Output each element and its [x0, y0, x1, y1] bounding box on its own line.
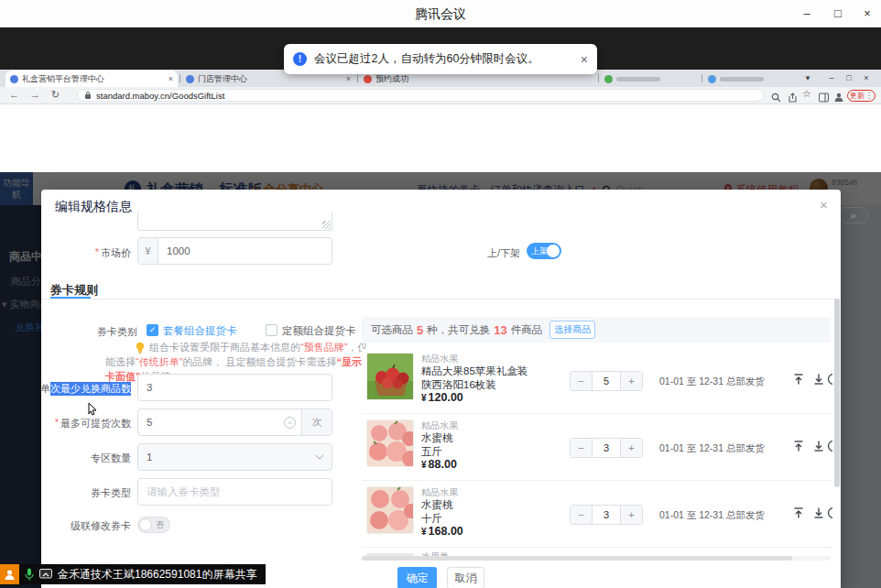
pool-items-count: 13 [494, 323, 506, 337]
window-maximize-icon[interactable]: □ [824, 0, 852, 27]
quantity-value[interactable]: 3 [592, 506, 621, 524]
checkbox-fixed-card-unchecked[interactable] [266, 324, 277, 336]
max-pick-field[interactable]: 5 × 次 [137, 408, 332, 436]
meeting-titlebar: 腾讯会议 – □ × [0, 0, 881, 27]
quantity-value[interactable]: 5 [592, 372, 621, 390]
move-to-bottom-icon[interactable] [812, 506, 825, 519]
dialog-scrollbar-thumb[interactable] [834, 299, 840, 487]
pool-species-count: 5 [417, 323, 423, 337]
side-panel-icon[interactable] [819, 90, 832, 102]
back-icon[interactable]: ← [9, 89, 19, 100]
product-spec: 十斤 [421, 512, 442, 526]
valid-date-range: 01-01 至 12-31 [659, 509, 723, 522]
required-asterisk: * [95, 246, 99, 260]
label-text-selected: 次最少兑换商品数 [50, 382, 131, 396]
tab-label: 礼盒营销平台管理中心 [22, 73, 165, 85]
min-exchange-label: *单次最少兑换商品数 [41, 382, 131, 396]
product-row: 精品水果 水蜜桃 五斤 ¥88.00 − 3 + 01-01 至 12-31 总… [362, 416, 832, 481]
product-category: 精品水果 [421, 486, 458, 499]
browser-tab-4[interactable] [600, 71, 696, 87]
profile-icon[interactable] [833, 90, 846, 102]
minus-button[interactable]: − [571, 506, 592, 524]
screen: 腾讯会议 – □ × 礼盒营销平台管理中心 × 门店管理中心 × 预约成功 [0, 0, 881, 588]
meeting-notification: ! 会议已超过2人，自动转为60分钟限时会议。 × [284, 44, 597, 74]
resize-grip-icon[interactable] [322, 221, 331, 229]
product-image-peaches [366, 419, 414, 467]
clock-icon[interactable] [827, 440, 832, 452]
label-text: 单 [41, 382, 50, 396]
checkbox-fixed-card-label[interactable]: 定额组合提货卡 [282, 324, 356, 338]
bookmark-star-icon[interactable]: ☆ [802, 88, 815, 100]
description-textarea-partial[interactable] [137, 212, 332, 231]
shelf-toggle[interactable]: 上架 [527, 243, 561, 259]
product-category: 精品水果 [421, 419, 458, 432]
share-icon[interactable] [788, 90, 800, 102]
screen-share-bar: 金禾通技术王斌18662591081的屏幕共享 [0, 564, 266, 584]
tab-search-chevron-icon[interactable]: ▾ [800, 71, 815, 85]
url-bar[interactable]: standard.maboy.cn/GoodsGiftList [77, 89, 764, 102]
clock-icon[interactable] [827, 373, 832, 386]
move-to-top-icon[interactable] [792, 373, 805, 386]
currency-prefix: ¥ [138, 238, 158, 264]
card-category-label: 券卡类别 [41, 325, 137, 339]
shelf-label: 上/下架 [461, 246, 520, 260]
plus-button[interactable]: + [621, 439, 642, 457]
min-exchange-field[interactable]: 3 [137, 374, 332, 401]
browser-maximize-icon[interactable]: □ [842, 71, 856, 85]
person-icon [4, 569, 16, 581]
tab-label: 预约成功 [375, 73, 464, 85]
zone-count-select[interactable]: 1 [137, 443, 332, 471]
confirm-button[interactable]: 确定 [397, 567, 437, 588]
info-icon: ! [293, 52, 307, 66]
clear-input-icon[interactable]: × [284, 417, 296, 429]
minus-button[interactable]: − [571, 372, 592, 390]
zone-count-value: 1 [138, 452, 315, 463]
tab-favicon [604, 75, 613, 83]
clock-icon[interactable] [827, 506, 832, 519]
admin-page: 礼 礼盒营销 – 标准版 合分享中心 更快捷的券卡、订单和快递查询入口 Quic… [0, 172, 881, 588]
plus-button[interactable]: + [621, 506, 642, 524]
tab-favicon [186, 75, 194, 83]
checkbox-combo-card-label[interactable]: 套餐组合提货卡 [163, 324, 237, 338]
min-exchange-value: 3 [138, 382, 332, 393]
tab-separator [357, 74, 358, 82]
card-type-field[interactable]: 请输入券卡类型 [137, 478, 332, 506]
max-pick-label: *最多可提货次数 [41, 417, 131, 430]
window-minimize-icon[interactable]: – [793, 0, 821, 27]
horizontal-scrollbar[interactable] [362, 556, 831, 561]
minus-button[interactable]: − [571, 439, 592, 457]
zoom-icon[interactable] [771, 90, 784, 102]
shelf-state-label: 上架 [531, 246, 548, 256]
browser-tab-5[interactable] [703, 71, 795, 87]
product-price: ¥120.00 [421, 391, 463, 404]
card-type-placeholder: 请输入券卡类型 [138, 485, 332, 499]
move-to-bottom-icon[interactable] [812, 373, 825, 386]
tab-close-icon[interactable]: × [169, 74, 173, 83]
quantity-value[interactable]: 3 [592, 439, 621, 457]
cancel-button[interactable]: 取消 [447, 567, 484, 588]
tab-close-icon[interactable]: × [346, 74, 351, 83]
reload-icon[interactable]: ↻ [51, 89, 60, 101]
move-to-bottom-icon[interactable] [812, 440, 825, 452]
checkbox-combo-card-checked[interactable]: ✓ [147, 324, 158, 336]
window-close-icon[interactable]: × [854, 0, 881, 27]
browser-close-icon[interactable]: × [859, 71, 874, 85]
browser-tab-active[interactable]: 礼盒营销平台管理中心 × [5, 71, 178, 87]
move-to-top-icon[interactable] [792, 506, 805, 519]
product-name: 水蜜桃 [421, 431, 453, 445]
browser-minimize-icon[interactable]: – [824, 71, 839, 85]
plus-button[interactable]: + [621, 372, 642, 390]
cascade-toggle[interactable]: 否 [137, 517, 170, 533]
forward-icon[interactable]: → [30, 89, 40, 100]
ship-source: 总部发货 [726, 442, 765, 455]
hint-text: 组合卡设置受限于商品基本信息的 [149, 342, 300, 353]
dialog-close-icon[interactable]: × [820, 197, 828, 212]
double-chevron-icon: » [850, 210, 855, 221]
drawer-expand-button[interactable]: » [838, 207, 868, 223]
market-price-field[interactable]: ¥ 1000 [137, 237, 332, 265]
move-to-top-icon[interactable] [792, 440, 805, 452]
chrome-update-button[interactable]: 更新 ⋮ [847, 90, 876, 102]
select-goods-button[interactable]: 选择商品 [549, 321, 595, 339]
scrollbar-thumb[interactable] [362, 556, 792, 561]
notification-close-icon[interactable]: × [581, 52, 588, 67]
